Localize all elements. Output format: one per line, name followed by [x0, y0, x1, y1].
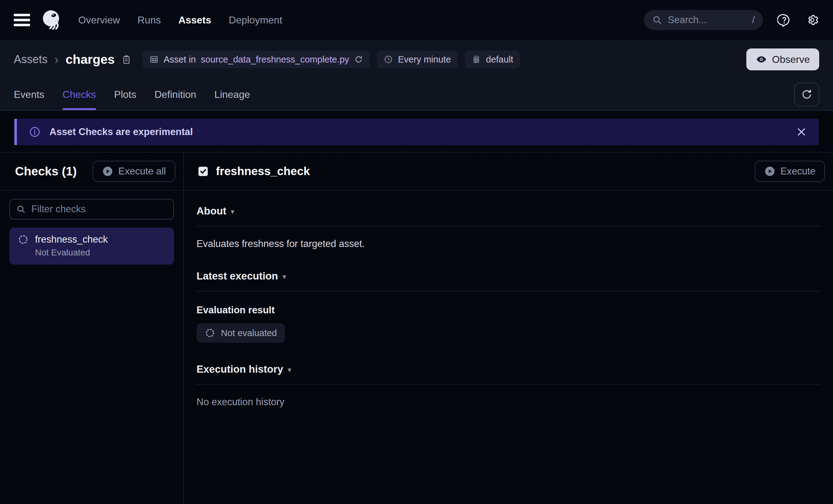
chevron-down-icon: ▾: [288, 366, 291, 374]
about-section: About ▾ Evaluates freshness for targeted…: [196, 205, 820, 250]
latest-execution-toggle[interactable]: Latest execution ▾: [196, 270, 820, 282]
nav-link-runs[interactable]: Runs: [137, 15, 161, 26]
nav-link-assets[interactable]: Assets: [178, 15, 211, 26]
eye-icon: [756, 54, 767, 65]
schedule-tag[interactable]: Every minute: [377, 51, 458, 68]
nav-link-deployment[interactable]: Deployment: [229, 15, 282, 26]
global-search-input[interactable]: Search... /: [644, 10, 763, 30]
about-heading: About: [196, 205, 226, 217]
evaluation-result-badge: Not evaluated: [196, 323, 285, 343]
close-icon[interactable]: [796, 127, 807, 137]
tab-events[interactable]: Events: [14, 79, 44, 110]
observe-button[interactable]: Observe: [746, 48, 819, 70]
checks-layout: Checks (1) Execute all: [0, 152, 833, 504]
menu-icon[interactable]: [14, 14, 30, 26]
breadcrumb-assets-link[interactable]: Assets: [14, 53, 48, 66]
breadcrumb-separator: ›: [54, 52, 58, 67]
search-placeholder: Search...: [668, 15, 746, 26]
experimental-banner: Asset Checks are experimental: [15, 119, 818, 145]
tab-definition[interactable]: Definition: [154, 79, 196, 110]
asset-definition-tag: Asset in source_data_freshness_complete.…: [142, 51, 370, 68]
check-status: Not Evaluated: [35, 248, 166, 258]
list-item-freshness-check[interactable]: freshness_check Not Evaluated: [9, 228, 174, 264]
tab-checks[interactable]: Checks: [63, 79, 96, 110]
execution-history-toggle[interactable]: Execution history ▾: [196, 363, 820, 375]
search-icon: [652, 15, 662, 25]
banner-container: Asset Checks are experimental: [0, 111, 833, 152]
check-detail-body: About ▾ Evaluates freshness for targeted…: [184, 191, 833, 428]
not-evaluated-spinner-icon: [18, 234, 29, 245]
tab-lineage[interactable]: Lineage: [214, 79, 250, 110]
execute-button[interactable]: Execute: [755, 161, 825, 182]
asset-tags: Asset in source_data_freshness_complete.…: [142, 51, 520, 68]
checks-list-header: Checks (1) Execute all: [0, 153, 183, 191]
checks-list-panel: Checks (1) Execute all: [0, 153, 184, 504]
not-evaluated-spinner-icon: [205, 328, 215, 338]
asset-header-band: Assets › charges Asset in source_data_fr…: [0, 40, 833, 111]
execute-all-label: Execute all: [118, 166, 166, 177]
app-window: Overview Runs Assets Deployment Search..…: [0, 0, 833, 504]
schedule-tag-label: Every minute: [398, 54, 451, 65]
group-tag[interactable]: default: [465, 51, 520, 68]
latest-execution-section: Latest execution ▾ Evaluation result Not…: [196, 270, 820, 343]
stacked-sheets-icon: [472, 55, 481, 64]
group-tag-label: default: [486, 54, 513, 65]
asset-file-link[interactable]: source_data_freshness_complete.py: [201, 54, 349, 65]
help-icon[interactable]: [777, 13, 791, 27]
evaluation-result-text: Not evaluated: [221, 328, 277, 338]
about-description: Evaluates freshness for targeted asset.: [196, 238, 820, 250]
filter-checks-field: [9, 199, 174, 220]
checks-count-title: Checks (1): [15, 165, 77, 178]
nav-link-overview[interactable]: Overview: [78, 15, 120, 26]
refresh-icon: [801, 89, 813, 100]
latest-execution-heading: Latest execution: [196, 270, 278, 282]
execution-history-section: Execution history ▾ No execution history: [196, 363, 820, 408]
divider: [196, 226, 820, 226]
execute-label: Execute: [780, 166, 815, 177]
table-icon: [149, 55, 159, 64]
execution-history-heading: Execution history: [196, 363, 283, 375]
banner-text: Asset Checks are experimental: [49, 126, 787, 137]
check-detail-panel: freshness_check Execute About ▾ Eval: [184, 153, 833, 504]
play-circle-icon: [764, 166, 776, 177]
clock-icon: [384, 55, 393, 64]
checks-list-body: freshness_check Not Evaluated: [0, 191, 183, 273]
play-circle-icon: [102, 166, 113, 177]
info-icon: [29, 126, 41, 138]
chevron-down-icon: ▾: [231, 207, 234, 216]
checkbox-checked-icon: [196, 165, 210, 178]
search-icon: [16, 204, 26, 214]
copy-icon[interactable]: [121, 54, 132, 65]
dagster-logo-icon[interactable]: [41, 10, 62, 30]
chevron-down-icon: ▾: [282, 272, 286, 281]
asset-in-label: Asset in: [164, 54, 196, 65]
breadcrumb: Assets › charges Asset in source_data_fr…: [14, 40, 819, 79]
page-title: charges: [65, 52, 115, 67]
check-detail-header: freshness_check Execute: [184, 153, 833, 191]
filter-checks-input[interactable]: [31, 204, 167, 215]
about-section-toggle[interactable]: About ▾: [196, 205, 820, 217]
check-name: freshness_check: [35, 234, 108, 245]
top-nav: Overview Runs Assets Deployment Search..…: [0, 0, 833, 40]
settings-gear-icon[interactable]: [806, 13, 819, 27]
reload-definition-icon[interactable]: [354, 55, 363, 64]
refresh-button[interactable]: [794, 82, 819, 106]
execute-all-button[interactable]: Execute all: [93, 161, 175, 182]
top-nav-right: Search... /: [644, 10, 819, 30]
check-detail-title: freshness_check: [216, 165, 310, 178]
execution-history-empty: No execution history: [196, 397, 820, 408]
divider: [196, 384, 820, 384]
evaluation-result-label: Evaluation result: [196, 304, 820, 316]
asset-tabs: Events Checks Plots Definition Lineage: [14, 79, 819, 110]
tab-plots[interactable]: Plots: [114, 79, 137, 110]
divider: [196, 291, 820, 292]
nav-links: Overview Runs Assets Deployment: [78, 15, 282, 26]
search-shortcut-hint: /: [752, 15, 755, 26]
observe-button-label: Observe: [772, 54, 810, 65]
